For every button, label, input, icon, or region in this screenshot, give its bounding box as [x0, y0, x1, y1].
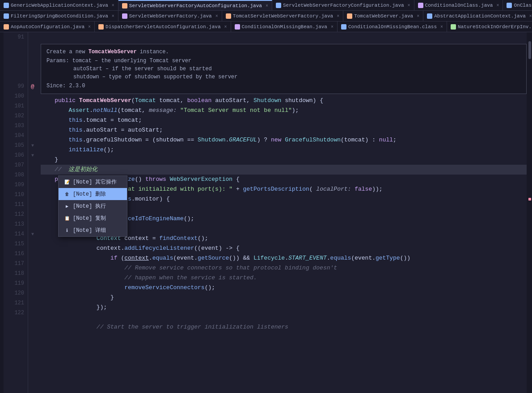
context-menu: 📝 [Note] 其它操作 🗑 [Note] 删除 ▶ [Note] 执行 📋 …: [58, 175, 127, 237]
line-106: 106: [4, 150, 28, 160]
javadoc-param3: shutdown – type of shutdown supported by…: [46, 73, 521, 81]
tab-bar-row2: FilteringSpringBootCondition.java × Serv…: [0, 11, 532, 21]
code-line-120: });: [41, 303, 527, 312]
line-121: 121: [4, 298, 28, 308]
context-menu-item-delete[interactable]: 🗑 [Note] 删除: [59, 188, 127, 200]
context-menu-item-other-ops[interactable]: 📝 [Note] 其它操作: [59, 176, 127, 188]
menu-icon-detail: ℹ: [64, 227, 70, 234]
javadoc-tooltip: Create a new TomcatWebServer instance. P…: [41, 44, 527, 94]
gutter-icon-113: [28, 219, 37, 229]
tab-close-11[interactable]: ×: [88, 25, 91, 30]
tab-close-1[interactable]: ×: [112, 3, 114, 8]
tab-close-3[interactable]: ×: [408, 3, 410, 8]
line-101: 101: [4, 101, 28, 111]
tab-close-12[interactable]: ×: [224, 25, 227, 30]
error-indicator: [528, 198, 531, 201]
gutter-icon-122: [28, 308, 37, 318]
line-120: 120: [4, 288, 28, 298]
code-line-99: public TomcatWebServer(Tomcat tomcat, bo…: [41, 96, 527, 106]
tab-servlet-web-server-factory[interactable]: ServletWebServerFactory.java ×: [118, 11, 222, 21]
gutter-icon-110: [28, 190, 37, 200]
line-105: 105: [4, 141, 28, 150]
tab-icon-8: [226, 13, 231, 19]
javadoc-params: Params: tomcat – the underlying Tomcat s…: [46, 57, 521, 65]
javadoc-create-line: Create a new TomcatWebServer instance.: [46, 48, 521, 56]
tab-conditional-on-missing-bean-java[interactable]: ConditionalOnMissingBean.java ×: [231, 21, 338, 32]
tab-bar-row3: AopAutoConfiguration.java × DispatcherSe…: [0, 21, 532, 32]
tab-dispatcher-servlet-auto[interactable]: DispatcherServletAutoConfiguration.java …: [95, 21, 231, 32]
line-100: 100: [4, 91, 28, 101]
tab-tomcat-web-server[interactable]: TomcatWebServer.java ×: [343, 11, 423, 21]
tab-on-class[interactable]: OnClas ×: [503, 0, 532, 11]
gutter-icon-114[interactable]: ▼: [28, 229, 37, 239]
code-line-100: Assert.notNull(tomcat, message: "Tomcat …: [41, 106, 527, 115]
javadoc-since: Since: 2.3.0: [46, 82, 521, 90]
menu-icon-execute: ▶: [64, 203, 70, 209]
tab-close-13[interactable]: ×: [331, 25, 334, 30]
line-107: 107: [4, 160, 28, 170]
tab-icon-13: [235, 24, 240, 30]
tab-conditional-on-class[interactable]: ConditionalOnClass.java ×: [414, 0, 503, 11]
context-menu-item-execute[interactable]: ▶ [Note] 执行: [59, 200, 127, 212]
javadoc-param2: autoStart – if the server should be star…: [46, 65, 521, 73]
line-numbers-gutter: 91 99 100 101 102 103 104 105 106 107 10…: [4, 32, 28, 393]
tab-icon-7: [122, 13, 127, 19]
scrollbar-strip[interactable]: [527, 32, 532, 393]
tab-icon-15: [451, 24, 456, 30]
tab-icon-5: [507, 3, 512, 8]
line-111: 111: [4, 200, 28, 209]
tab-filtering-spring-boot[interactable]: FilteringSpringBootCondition.java ×: [0, 11, 118, 21]
tab-close-2[interactable]: ×: [266, 4, 268, 9]
code-line-119: }: [41, 293, 527, 303]
line-116: 116: [4, 249, 28, 259]
tab-close-6[interactable]: ×: [112, 14, 114, 19]
line-99: 99: [4, 81, 28, 91]
tab-abstract-application-context[interactable]: AbstractApplicationContext.java ×: [423, 11, 532, 21]
gutter-icon-101: [28, 101, 37, 111]
tab-close-10[interactable]: ×: [529, 14, 532, 19]
left-sidebar-strip: [0, 32, 4, 393]
tab-icon-1: [4, 3, 9, 8]
gutter-icon-102: [28, 111, 37, 121]
tab-close-8[interactable]: ×: [337, 14, 339, 19]
tab-icon-6: [4, 13, 9, 19]
gutter-icon-107: [28, 160, 37, 170]
tab-tomcat-servlet-web-server-factory[interactable]: TomcatServletWebServerFactory.java ×: [222, 11, 343, 21]
gutter-icon-108: [28, 170, 37, 180]
code-line-115: if (context.equals(event.getSource()) &&…: [41, 253, 527, 263]
gutter-icon-118: [28, 269, 37, 278]
tab-icon-3: [276, 3, 281, 8]
tab-close-9[interactable]: ×: [417, 14, 419, 19]
tab-icon-2: [122, 3, 127, 9]
tab-servlet-web-server-factory-auto[interactable]: ServletWebServerFactoryAutoConfiguration…: [118, 0, 272, 11]
tab-nature-stock[interactable]: NatureStockInOrderErpInv... ×: [447, 21, 532, 32]
gutter-icon-111: [28, 200, 37, 209]
code-line-122: // Start the server to trigger initializ…: [41, 322, 527, 332]
line-103: 103: [4, 121, 28, 131]
line-114: 114: [4, 229, 28, 239]
gutter-icon-106: ▼: [28, 150, 37, 160]
context-menu-item-copy[interactable]: 📋 [Note] 复制: [59, 212, 127, 224]
tab-generic-web-app[interactable]: GenericWebApplicationContext.java ×: [0, 0, 118, 11]
code-line-101: this.tomcat = tomcat;: [41, 115, 527, 125]
tab-close-4[interactable]: ×: [496, 3, 499, 8]
scroll-thumb[interactable]: [528, 41, 531, 59]
tab-close-7[interactable]: ×: [215, 14, 218, 19]
line-104: 104: [4, 131, 28, 141]
line-119: 119: [4, 278, 28, 288]
gutter-icon-115: [28, 239, 37, 249]
gutter-icon-109: [28, 180, 37, 190]
gutter-icon-100: [28, 91, 37, 101]
line-109: 109: [4, 180, 28, 190]
gutter-icon-105[interactable]: ▼: [28, 141, 37, 150]
context-menu-item-detail[interactable]: ℹ [Note] 详细: [59, 224, 127, 236]
code-line-91: [41, 32, 527, 42]
line-91: 91: [4, 32, 28, 42]
tab-servlet-web-server-factory-config[interactable]: ServletWebServerFactoryConfiguration.jav…: [272, 0, 414, 11]
tab-conditional-on-missing-bean-class[interactable]: ConditionalOnMissingBean.class ×: [338, 21, 447, 32]
menu-icon-delete: 🗑: [64, 191, 70, 197]
tab-aop-auto-config[interactable]: AopAutoConfiguration.java ×: [0, 21, 95, 32]
code-line-114: context.addLifecycleListener((event) -> …: [41, 243, 527, 253]
code-line-117: // happen when the service is started.: [41, 273, 527, 283]
tab-close-14[interactable]: ×: [440, 25, 443, 30]
